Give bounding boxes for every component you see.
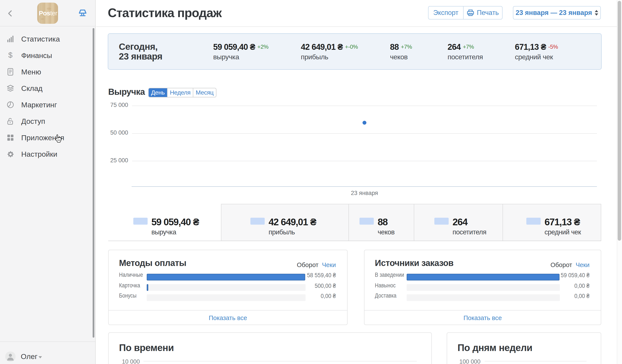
svg-text:$: $ [8, 51, 12, 59]
svg-text:Poster: Poster [39, 10, 57, 17]
